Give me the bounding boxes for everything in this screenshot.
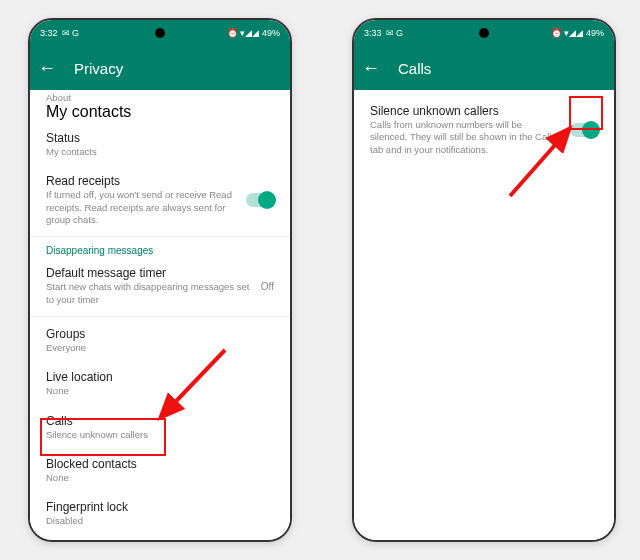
setting-silence-unknown-callers[interactable]: Silence unknown callers Calls from unkno… [354,90,614,164]
app-bar: ← Calls [354,46,614,90]
section-header-disappearing: Disappearing messages [30,239,290,258]
setting-subtitle: If turned off, you won't send or receive… [46,189,238,226]
side-button [291,120,292,150]
setting-subtitle: Calls from unknown numbers will be silen… [370,119,562,156]
back-arrow-icon[interactable]: ← [38,59,56,77]
setting-label: Status [46,131,274,145]
setting-subtitle: None [46,472,274,484]
setting-subtitle: Everyone [46,342,274,354]
cut-label: About [46,92,274,103]
setting-subtitle: Silence unknown callers [46,429,274,441]
setting-label: Calls [46,414,274,428]
side-button [615,240,616,270]
setting-subtitle: My contacts [46,146,274,158]
setting-subtitle: Start new chats with disappearing messag… [46,281,253,306]
setting-read-receipts[interactable]: Read receipts If turned off, you won't s… [30,166,290,234]
status-time: 3:32 [40,28,58,38]
silence-unknown-callers-toggle[interactable] [570,123,598,137]
setting-groups[interactable]: Groups Everyone [30,319,290,362]
setting-fingerprint-lock[interactable]: Fingerprint lock Disabled [30,492,290,535]
status-icons-left: ✉ G [62,28,80,38]
app-bar: ← Privacy [30,46,290,90]
setting-label: Default message timer [46,266,253,280]
settings-list: Silence unknown callers Calls from unkno… [354,90,614,540]
divider [30,316,290,317]
divider [30,236,290,237]
page-title: Calls [398,60,431,77]
read-receipts-toggle[interactable] [246,193,274,207]
back-arrow-icon[interactable]: ← [362,59,380,77]
side-button [615,160,616,210]
phone-calls-screen: 3:33 ✉ G ⏰ ▾◢◢ 49% ← Calls Silence unkno… [352,18,616,542]
setting-subtitle: None [46,385,274,397]
setting-label: Read receipts [46,174,238,188]
status-time: 3:33 [364,28,382,38]
setting-calls[interactable]: Calls Silence unknown callers [30,406,290,449]
status-icons-right: ⏰ ▾◢◢ 49% [227,28,280,38]
setting-label: Silence unknown callers [370,104,562,118]
status-icons-left: ✉ G [386,28,404,38]
setting-label: Fingerprint lock [46,500,274,514]
camera-cutout [479,28,489,38]
setting-label: Groups [46,327,274,341]
page-title: Privacy [74,60,123,77]
status-icons-right: ⏰ ▾◢◢ 49% [551,28,604,38]
settings-list: About My contacts Status My contacts Rea… [30,90,290,540]
setting-subtitle: Disabled [46,515,274,527]
side-button [291,160,292,210]
setting-about[interactable]: About My contacts [30,90,290,123]
phone-privacy-screen: 3:32 ✉ G ⏰ ▾◢◢ 49% ← Privacy About My co… [28,18,292,542]
side-button [291,240,292,270]
setting-default-timer[interactable]: Default message timer Start new chats wi… [30,258,290,314]
setting-status[interactable]: Status My contacts [30,123,290,166]
setting-live-location[interactable]: Live location None [30,362,290,405]
setting-label: Live location [46,370,274,384]
setting-subtitle: My contacts [46,103,274,121]
side-button [615,120,616,150]
setting-label: Blocked contacts [46,457,274,471]
camera-cutout [155,28,165,38]
setting-value: Off [261,281,274,292]
setting-blocked-contacts[interactable]: Blocked contacts None [30,449,290,492]
